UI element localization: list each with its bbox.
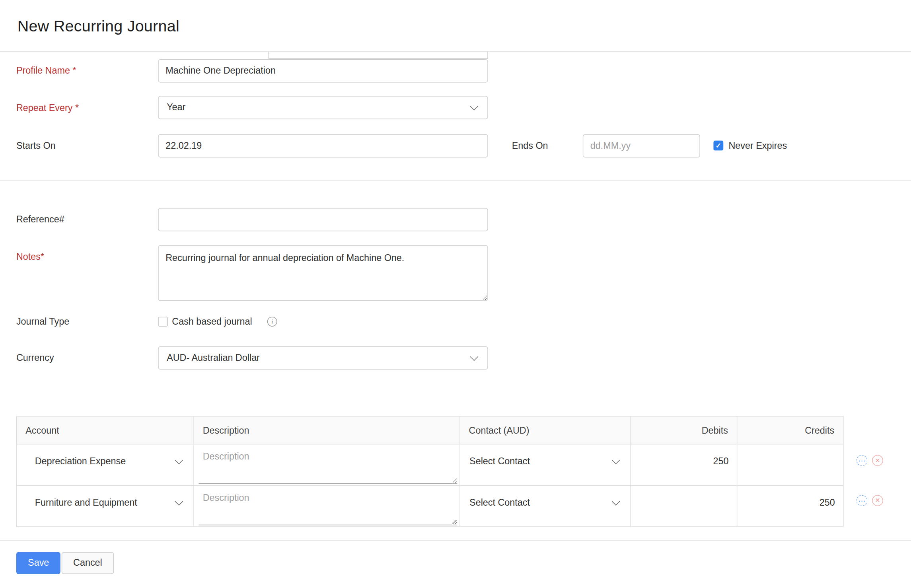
account-select-value: Furniture and Equipment [35,497,137,508]
chevron-down-icon [175,497,183,506]
new-recurring-journal-page: New Recurring Journal Profile Name * Rep… [0,0,911,588]
debits-column-header: Debits [631,417,737,444]
page-header: New Recurring Journal [0,0,911,52]
notes-textarea[interactable] [158,245,488,301]
cash-based-journal-checkbox[interactable]: ✓ [158,317,168,327]
row-options-icon[interactable]: ⋯ [856,495,868,506]
ends-on-label: Ends On [512,140,548,152]
reference-input[interactable] [158,208,488,231]
chevron-down-icon [470,102,478,111]
debits-cell [631,444,737,485]
cancel-button[interactable]: Cancel [62,552,114,574]
account-cell: Depreciation Expense [17,444,193,485]
notes-label: Notes* [16,251,44,263]
repeat-every-label: Repeat Every * [16,102,79,114]
credits-column-header: Credits [737,417,843,444]
journal-type-label: Journal Type [16,316,69,327]
table-row: Depreciation Expense Select Contact [17,444,843,485]
credits-cell [737,486,843,526]
chevron-down-icon [470,352,478,361]
debits-input[interactable] [631,447,737,476]
description-textarea[interactable] [199,446,457,484]
description-cell [193,444,459,485]
delete-cross-glyph: ✕ [875,497,880,504]
profile-name-label: Profile Name * [16,65,76,77]
currency-select[interactable]: AUD- Australian Dollar [158,346,488,369]
chevron-down-icon [175,456,183,464]
credits-cell [737,444,843,485]
more-dots-glyph: ⋯ [858,457,866,464]
account-column-header: Account [17,417,193,444]
starts-on-input[interactable] [158,134,488,157]
contact-column-header: Contact (AUD) [459,417,630,444]
debits-input[interactable] [631,488,737,517]
ends-on-input[interactable] [583,134,700,157]
info-icon[interactable]: i [267,317,277,327]
section-divider [0,180,911,181]
starts-on-label: Starts On [16,140,56,152]
account-cell: Furniture and Equipment [17,486,193,526]
checkmark-icon: ✓ [716,142,722,149]
chevron-down-icon [612,497,620,506]
delete-cross-glyph: ✕ [875,457,880,463]
description-textarea[interactable] [199,487,457,525]
contact-select[interactable]: Select Contact [460,447,631,476]
save-button[interactable]: Save [16,552,61,574]
chevron-down-icon [612,456,620,464]
description-cell [193,486,459,526]
contact-select[interactable]: Select Contact [460,488,631,517]
repeat-every-select[interactable]: Year [158,96,488,119]
currency-value: AUD- Australian Dollar [167,352,260,363]
profile-name-input[interactable] [158,59,488,82]
clipped-field-fragment [269,52,488,59]
footer-divider [0,540,911,541]
contact-select-value: Select Contact [469,456,530,466]
debits-cell [631,486,737,526]
account-select-value: Depreciation Expense [35,456,126,466]
currency-label: Currency [16,352,54,364]
contact-cell: Select Contact [459,444,630,485]
credits-input[interactable] [737,488,843,517]
more-dots-glyph: ⋯ [858,497,866,504]
cash-based-journal-label: Cash based journal [172,316,252,327]
description-column-header: Description [193,417,459,444]
page-title: New Recurring Journal [18,18,179,35]
table-row: Furniture and Equipment Select Contact [17,485,843,526]
info-glyph: i [271,318,273,325]
never-expires-label: Never Expires [728,140,787,152]
row-delete-icon[interactable]: ✕ [872,495,883,506]
account-select[interactable]: Depreciation Expense [17,447,193,476]
journal-lines-table: Account Description Contact (AUD) Debits… [16,416,844,527]
row-options-icon[interactable]: ⋯ [856,455,868,466]
reference-label: Reference# [16,214,64,225]
row-delete-icon[interactable]: ✕ [872,455,883,466]
never-expires-checkbox[interactable]: ✓ [713,140,723,150]
repeat-every-value: Year [167,102,185,113]
contact-cell: Select Contact [459,486,630,526]
credits-input[interactable] [737,447,843,476]
table-header-row: Account Description Contact (AUD) Debits… [17,417,843,444]
contact-select-value: Select Contact [469,497,530,508]
account-select[interactable]: Furniture and Equipment [17,488,193,517]
